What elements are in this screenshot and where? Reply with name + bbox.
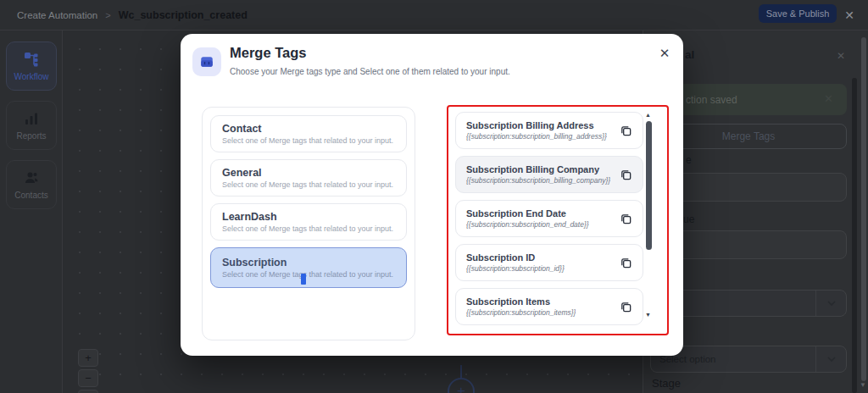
- copy-icon: [620, 169, 632, 181]
- tag-name: Subscription Billing Company: [466, 164, 610, 174]
- category-title: LearnDash: [222, 211, 395, 223]
- stage-label: Stage: [652, 377, 681, 390]
- bar-chart-icon: [23, 110, 40, 127]
- category-subscription[interactable]: Subscription Select one of Merge tags th…: [210, 247, 407, 288]
- chevron-down-icon: [815, 346, 846, 372]
- panel-scrollbar-thumb[interactable]: [852, 78, 857, 393]
- tag-texts: Subscription Billing Address {{subscript…: [466, 120, 607, 141]
- tag-name: Subscription ID: [466, 252, 565, 263]
- scroll-up-icon[interactable]: ▲: [645, 112, 651, 118]
- category-title: General: [222, 167, 395, 179]
- sidebar-item-contacts[interactable]: Contacts: [6, 160, 57, 209]
- panel-title: al: [685, 48, 694, 61]
- modal-subtitle: Choose your Merge tags type and Select o…: [230, 67, 510, 76]
- tag-subscription-items[interactable]: Subscription Items {{subscription:subscr…: [455, 288, 643, 325]
- copy-icon: [620, 257, 632, 269]
- category-title: Subscription: [222, 257, 395, 268]
- toast-close-icon[interactable]: ✕: [824, 92, 833, 105]
- copy-button[interactable]: [619, 124, 632, 137]
- field-label-2: ue: [683, 213, 694, 225]
- category-desc: Select one of Merge tags that related to…: [222, 224, 395, 233]
- tag-subscription-id[interactable]: Subscription ID {{subscription:subscript…: [455, 244, 643, 281]
- tag-code: {{subscription:subscription_billing_addr…: [466, 132, 607, 141]
- zoom-out-button[interactable]: −: [78, 369, 98, 387]
- tag-code: {{subscription:subscription_items}}: [466, 308, 576, 317]
- save-publish-button[interactable]: Save & Publish: [759, 4, 837, 23]
- category-contact[interactable]: Contact Select one of Merge tags that re…: [210, 115, 407, 152]
- copy-button[interactable]: [619, 212, 632, 225]
- contacts-icon: [23, 169, 40, 186]
- copy-icon: [620, 125, 632, 137]
- tag-subscription-end-date[interactable]: Subscription End Date {{subscription:sub…: [455, 200, 643, 237]
- breadcrumb-current: Wc_subscription_created: [119, 9, 248, 21]
- category-title: Contact: [222, 123, 395, 135]
- node-connector-line: [460, 365, 462, 379]
- category-desc: Select one of Merge tags that related to…: [222, 270, 395, 279]
- tag-texts: Subscription ID {{subscription:subscript…: [466, 252, 565, 273]
- modal-title: Merge Tags: [230, 45, 306, 61]
- breadcrumb-parent-link[interactable]: Create Automation: [17, 10, 97, 20]
- category-general[interactable]: General Select one of Merge tags that re…: [210, 159, 407, 196]
- modal-close-icon[interactable]: ✕: [656, 45, 673, 62]
- sidebar: Workflow Reports Contacts: [0, 30, 63, 393]
- tag-texts: Subscription Billing Company {{subscript…: [466, 164, 610, 185]
- category-list: Contact Select one of Merge tags that re…: [202, 107, 415, 340]
- screen: Create Automation > Wc_subscription_crea…: [0, 0, 868, 393]
- breadcrumb: Create Automation > Wc_subscription_crea…: [17, 0, 248, 30]
- tag-code: {{subscription:subscription_end_date}}: [466, 220, 589, 229]
- zoom-in-button[interactable]: +: [78, 349, 98, 367]
- field-label-1: e: [686, 154, 692, 166]
- fit-view-button[interactable]: [78, 390, 98, 393]
- sidebar-item-label: Contacts: [14, 191, 47, 200]
- sidebar-item-label: Workflow: [14, 72, 49, 81]
- copy-button[interactable]: [619, 256, 632, 269]
- category-desc: Select one of Merge tags that related to…: [222, 180, 395, 189]
- category-learndash[interactable]: LearnDash Select one of Merge tags that …: [210, 203, 407, 241]
- tag-name: Subscription End Date: [466, 208, 589, 219]
- tag-name: Subscription Items: [466, 296, 576, 307]
- workflow-icon: [23, 51, 40, 68]
- copy-icon: [620, 301, 632, 313]
- tag-subscription-billing-address[interactable]: Subscription Billing Address {{subscript…: [455, 112, 643, 149]
- merge-tags-modal: Merge Tags Choose your Merge tags type a…: [181, 34, 683, 356]
- page-scrollbar-thumb[interactable]: [861, 37, 866, 381]
- copy-icon: [620, 213, 632, 225]
- breadcrumb-chevron-icon: >: [105, 10, 110, 20]
- tag-code: {{subscription:subscription_billing_comp…: [466, 176, 610, 185]
- category-desc: Select one of Merge tags that related to…: [222, 136, 395, 145]
- tag-subscription-billing-company[interactable]: Subscription Billing Company {{subscript…: [455, 156, 643, 193]
- text-cursor: [301, 274, 306, 285]
- tag-texts: Subscription Items {{subscription:subscr…: [466, 296, 576, 317]
- tag-code: {{subscription:subscription_id}}: [466, 264, 565, 273]
- chevron-down-icon: [815, 291, 846, 316]
- topbar-close-icon[interactable]: ✕: [842, 8, 857, 23]
- add-node-button[interactable]: +: [448, 378, 475, 393]
- sidebar-item-reports[interactable]: Reports: [6, 101, 57, 150]
- copy-button[interactable]: [619, 168, 632, 181]
- sidebar-item-workflow[interactable]: Workflow: [6, 42, 57, 91]
- toast-message: ction saved: [686, 94, 737, 106]
- tag-list: Subscription Billing Address {{subscript…: [455, 112, 643, 332]
- copy-button[interactable]: [619, 300, 632, 313]
- tag-list-scrollbar-thumb[interactable]: [646, 121, 652, 250]
- merge-tags-icon: [192, 47, 221, 76]
- topbar: Create Automation > Wc_subscription_crea…: [0, 0, 868, 30]
- sidebar-item-label: Reports: [16, 131, 46, 141]
- scroll-down-icon[interactable]: ▼: [645, 312, 651, 318]
- panel-close-icon[interactable]: ✕: [834, 49, 848, 63]
- tag-texts: Subscription End Date {{subscription:sub…: [466, 208, 589, 229]
- tag-name: Subscription Billing Address: [466, 120, 607, 130]
- scroll-down-icon[interactable]: ▼: [860, 381, 866, 389]
